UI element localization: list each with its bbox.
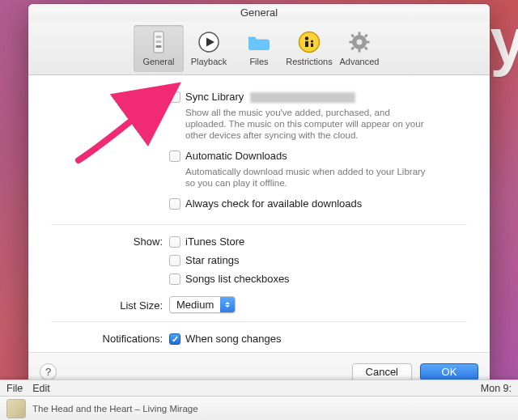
option-automatic-downloads: Automatic Downloads bbox=[185, 149, 287, 163]
menubar-clock: Mon 9: bbox=[481, 383, 512, 394]
parental-sign-icon bbox=[297, 30, 321, 54]
checkbox-songs-list-checkboxes[interactable] bbox=[169, 274, 180, 285]
label-show: Show: bbox=[51, 235, 169, 248]
checkbox-star-ratings[interactable] bbox=[169, 255, 180, 266]
content-area: Library: Sync Library Show all the music… bbox=[28, 75, 490, 352]
desc-sync-library: Show all the music you've added, purchas… bbox=[185, 107, 428, 141]
chevron-updown-icon bbox=[220, 297, 235, 312]
svg-rect-2 bbox=[156, 40, 162, 43]
preferences-window: General General Playback bbox=[28, 4, 490, 391]
select-list-size[interactable]: Medium bbox=[169, 296, 236, 313]
label-list-size: List Size: bbox=[51, 299, 169, 312]
toolbar-tab-advanced[interactable]: Advanced bbox=[334, 25, 384, 72]
background-glyph: y bbox=[490, 4, 519, 78]
label-notifications: Notifications: bbox=[51, 332, 169, 345]
svg-point-6 bbox=[299, 32, 320, 53]
cancel-button[interactable]: Cancel bbox=[352, 363, 412, 381]
toolbar-tab-general[interactable]: General bbox=[134, 25, 184, 72]
general-slider-icon bbox=[146, 30, 171, 54]
svg-rect-3 bbox=[156, 45, 162, 48]
window-title: General bbox=[28, 4, 490, 22]
album-art-thumb[interactable] bbox=[6, 399, 26, 418]
option-songs-list-checkboxes: Songs list checkboxes bbox=[185, 272, 290, 286]
checkbox-itunes-store[interactable] bbox=[169, 236, 180, 248]
menu-file[interactable]: File bbox=[6, 383, 23, 394]
svg-point-10 bbox=[357, 40, 363, 45]
checkbox-automatic-downloads[interactable] bbox=[169, 151, 180, 162]
svg-rect-12 bbox=[359, 49, 361, 53]
toolbar-tab-label: Advanced bbox=[340, 57, 380, 66]
toolbar-tab-label: Restrictions bbox=[286, 57, 332, 66]
select-list-size-value: Medium bbox=[170, 299, 220, 311]
option-always-check-downloads: Always check for available downloads bbox=[185, 197, 362, 211]
help-button[interactable]: ? bbox=[40, 363, 57, 380]
divider bbox=[51, 224, 467, 225]
toolbar-tab-restrictions[interactable]: Restrictions bbox=[284, 25, 334, 72]
toolbar-tab-label: General bbox=[142, 57, 174, 66]
option-itunes-store: iTunes Store bbox=[185, 235, 244, 249]
svg-point-8 bbox=[311, 40, 313, 42]
os-menubar: File Edit Mon 9: bbox=[0, 380, 518, 396]
now-playing-bar: The Head and the Heart – Living Mirage bbox=[0, 396, 518, 420]
desc-automatic-downloads: Automatically download music when added … bbox=[185, 166, 428, 189]
redacted-account-text bbox=[250, 92, 355, 103]
gear-icon bbox=[347, 30, 372, 54]
menu-edit[interactable]: Edit bbox=[32, 383, 50, 394]
folder-icon bbox=[247, 30, 271, 54]
toolbar-tab-playback[interactable]: Playback bbox=[184, 25, 234, 72]
option-when-song-changes: When song changes bbox=[185, 332, 282, 346]
play-circle-icon bbox=[197, 30, 221, 54]
svg-rect-13 bbox=[350, 41, 353, 44]
checkbox-sync-library[interactable] bbox=[169, 91, 180, 103]
now-playing-text: The Head and the Heart – Living Mirage bbox=[32, 404, 198, 414]
svg-rect-1 bbox=[156, 36, 162, 38]
divider bbox=[51, 321, 467, 322]
toolbar-tab-files[interactable]: Files bbox=[234, 25, 284, 72]
toolbar-tab-label: Files bbox=[249, 57, 268, 66]
label-library: Library: bbox=[51, 90, 169, 103]
svg-rect-11 bbox=[359, 32, 361, 36]
toolbar-tab-label: Playback bbox=[191, 57, 227, 66]
svg-point-7 bbox=[305, 36, 308, 40]
checkbox-when-song-changes[interactable] bbox=[169, 333, 180, 345]
ok-button[interactable]: OK bbox=[420, 363, 478, 381]
option-star-ratings: Star ratings bbox=[185, 253, 239, 268]
svg-rect-14 bbox=[367, 41, 370, 44]
checkbox-always-check-downloads[interactable] bbox=[169, 198, 180, 210]
option-sync-library: Sync Library bbox=[185, 90, 244, 104]
toolbar: General Playback Files bbox=[28, 22, 490, 75]
